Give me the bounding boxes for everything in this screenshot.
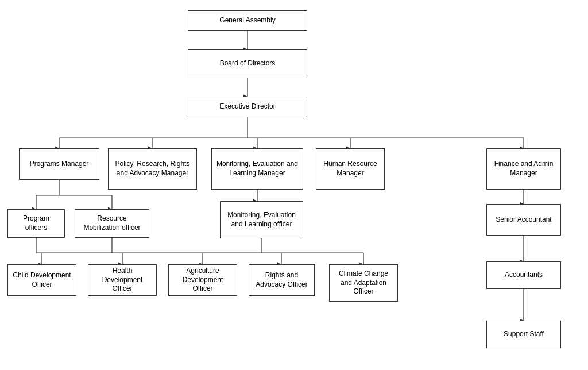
box-agri-dev: Agriculture Development Officer	[168, 264, 237, 296]
box-rights-adv: Rights and Advocacy Officer	[249, 264, 315, 296]
box-general-assembly: General Assembly	[188, 10, 307, 31]
box-support-staff: Support Staff	[486, 321, 561, 348]
box-executive-director: Executive Director	[188, 97, 307, 117]
box-climate-change: Climate Change and Adaptation Officer	[329, 264, 398, 302]
box-senior-accountant: Senior Accountant	[486, 204, 561, 236]
box-hr-manager: Human Resource Manager	[316, 148, 385, 190]
box-child-dev: Child Development Officer	[7, 264, 76, 296]
box-policy-manager: Policy, Research, Rights and Advocacy Ma…	[108, 148, 197, 190]
box-resource-mob: Resource Mobilization officer	[75, 209, 149, 238]
org-chart: General Assembly Board of Directors Exec…	[0, 0, 588, 370]
box-board-of-directors: Board of Directors	[188, 49, 307, 78]
box-finance-manager: Finance and Admin Manager	[486, 148, 561, 190]
box-programs-manager: Programs Manager	[19, 148, 99, 180]
box-program-officers: Program officers	[7, 209, 65, 238]
box-mel-manager: Monitoring, Evaluation and Learning Mana…	[211, 148, 303, 190]
box-accountants: Accountants	[486, 261, 561, 289]
box-health-dev: Health Development Officer	[88, 264, 157, 296]
box-mel-officer: Monitoring, Evaluation and Learning offi…	[220, 201, 303, 238]
